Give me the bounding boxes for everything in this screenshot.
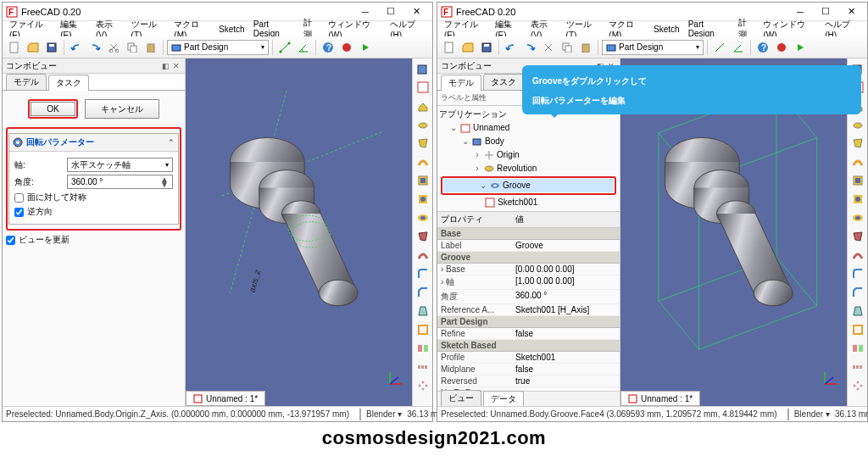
macro-record-button[interactable] [338, 39, 355, 56]
revolution-button[interactable] [415, 116, 431, 133]
new-file-button[interactable] [441, 39, 458, 56]
linear-pattern-button[interactable] [415, 359, 431, 375]
mirror-button[interactable] [849, 340, 866, 357]
macro-play-button[interactable] [357, 39, 374, 56]
maximize-button[interactable]: ☐ [813, 3, 838, 20]
fillet-button[interactable] [415, 265, 431, 282]
tab-model[interactable]: モデル [6, 74, 47, 90]
menu-sketch[interactable]: Sketch [650, 25, 683, 34]
tree-body[interactable]: ⌄Body [437, 135, 620, 148]
groove-button[interactable] [415, 209, 431, 226]
paste-button[interactable] [142, 39, 159, 56]
prop-angle[interactable]: 角度360.00 ° [437, 290, 620, 304]
minimize-button[interactable]: ─ [787, 3, 813, 20]
hole-button[interactable] [415, 191, 431, 208]
draft-button[interactable] [849, 303, 866, 320]
thickness-button[interactable] [849, 321, 866, 338]
sweep-button[interactable] [415, 153, 431, 170]
fillet-button[interactable] [849, 265, 866, 282]
polar-pattern-button[interactable] [849, 377, 866, 394]
cut-button[interactable] [105, 39, 122, 56]
hole-button[interactable] [849, 191, 866, 208]
prop-label[interactable]: LabelGroove [437, 240, 620, 252]
subloft-button[interactable] [415, 228, 431, 245]
cut-button[interactable] [540, 39, 557, 56]
loft-button[interactable] [849, 135, 866, 152]
subsweep-button[interactable] [415, 247, 431, 264]
subloft-button[interactable] [849, 228, 866, 245]
prop-refaxis[interactable]: Reference A...Sketch001 [H_Axis] [437, 304, 620, 316]
measure-angle-button[interactable] [295, 39, 312, 56]
nav-style[interactable]: Blender ▾ [794, 409, 830, 419]
undo-button[interactable] [503, 39, 520, 56]
update-view-checkbox[interactable]: ビューを更新 [6, 234, 181, 246]
redo-button[interactable] [86, 39, 103, 56]
prop-tab-data[interactable]: データ [483, 391, 524, 406]
open-file-button[interactable] [459, 39, 476, 56]
tree-revolution[interactable]: ›Revolution [437, 162, 620, 175]
nav-style[interactable]: Blender ▾ [366, 409, 402, 419]
document-tab[interactable]: Unnamed : 1* [186, 391, 265, 406]
tab-task[interactable]: タスク [48, 75, 89, 91]
mirror-button[interactable] [415, 340, 431, 357]
workbench-selector[interactable]: Part Design▾ [167, 40, 269, 55]
tree-origin[interactable]: ›Origin [437, 148, 620, 162]
open-file-button[interactable] [25, 39, 42, 56]
panel-float-icon[interactable]: ◧ [160, 62, 171, 70]
reversed-checkbox[interactable]: 逆方向 [14, 206, 173, 218]
whats-this-button[interactable]: ? [320, 39, 337, 56]
prop-midplane[interactable]: Midplanefalse [437, 364, 620, 375]
redo-button[interactable] [521, 39, 538, 56]
pocket-button[interactable] [849, 172, 866, 189]
tree-sketch001[interactable]: Sketch001 [437, 196, 620, 209]
panel-close-icon[interactable]: ✕ [171, 62, 181, 70]
loft-button[interactable] [415, 135, 431, 152]
cancel-button[interactable]: キャンセル [85, 99, 159, 119]
measure-angle-button[interactable] [730, 39, 747, 56]
axis-combo[interactable]: 水平スケッチ軸▾ [67, 158, 173, 172]
menu-partdesign[interactable]: Part Design [250, 19, 299, 38]
save-button[interactable] [43, 39, 60, 56]
document-tab[interactable]: Unnamed : 1* [620, 391, 700, 406]
chamfer-button[interactable] [849, 284, 866, 301]
polar-pattern-button[interactable] [415, 377, 431, 394]
measure-linear-button[interactable] [276, 39, 293, 56]
tab-task[interactable]: タスク [483, 74, 524, 90]
tree-groove[interactable]: ⌄Groove [443, 179, 614, 192]
minimize-button[interactable]: ─ [353, 3, 378, 20]
tab-model[interactable]: モデル [441, 75, 481, 91]
subsweep-button[interactable] [849, 247, 866, 264]
chamfer-button[interactable] [415, 284, 431, 301]
prop-axis[interactable]: › 軸[1.00 0.00 0.00] [437, 275, 620, 290]
thickness-button[interactable] [415, 321, 431, 338]
angle-spinbox[interactable]: 360.00 °▲▼ [67, 175, 173, 189]
nav-style-icon[interactable] [787, 409, 789, 420]
copy-button[interactable] [559, 39, 576, 56]
collapse-icon[interactable]: ⌃ [168, 138, 175, 147]
prop-base[interactable]: › Base[0.00 0.00 0.00] [437, 264, 620, 275]
workbench-selector[interactable]: Part Design▾ [602, 40, 704, 55]
close-button[interactable]: ✕ [403, 3, 429, 20]
prop-profile[interactable]: ProfileSketch001 [437, 352, 620, 364]
new-file-button[interactable] [6, 39, 23, 56]
ok-button[interactable]: OK [31, 102, 75, 116]
revolution-button[interactable] [849, 116, 866, 133]
linear-pattern-button[interactable] [849, 359, 866, 375]
macro-play-button[interactable] [792, 39, 809, 56]
paste-button[interactable] [577, 39, 594, 56]
3d-viewport[interactable]: axis_z Unnamed : 1* [186, 58, 412, 406]
menu-sketch[interactable]: Sketch [215, 25, 248, 34]
maximize-button[interactable]: ☐ [378, 3, 403, 20]
new-sketch-button[interactable] [415, 79, 431, 96]
prop-reversed[interactable]: Reversedtrue [437, 375, 620, 387]
pocket-button[interactable] [415, 172, 431, 189]
close-button[interactable]: ✕ [838, 3, 864, 20]
copy-button[interactable] [124, 39, 141, 56]
menu-partdesign[interactable]: Part Design [685, 19, 734, 38]
symmetric-checkbox[interactable]: 面に対して対称 [14, 192, 173, 203]
pad-button[interactable] [415, 97, 431, 114]
prop-tab-view[interactable]: ビュー [441, 390, 481, 406]
whats-this-button[interactable]: ? [754, 39, 771, 56]
nav-style-icon[interactable] [359, 409, 361, 420]
create-body-button[interactable] [415, 60, 431, 77]
